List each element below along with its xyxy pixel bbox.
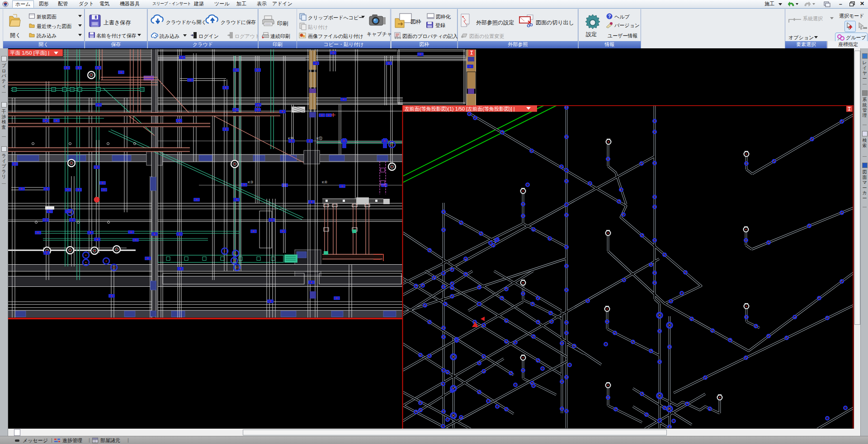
svg-text:平面 1/50 [平面] |: 平面 1/50 [平面] | <box>10 50 49 56</box>
svg-text:左前面(等角投影図)(1) 1/50 [左前面(等角投影図): 左前面(等角投影図)(1) 1/50 [左前面(等角投影図)] | <box>405 106 515 112</box>
svg-text:?: ? <box>608 14 611 19</box>
svg-text:K④: K④ <box>322 180 328 184</box>
svg-text:K③: K③ <box>248 180 254 184</box>
